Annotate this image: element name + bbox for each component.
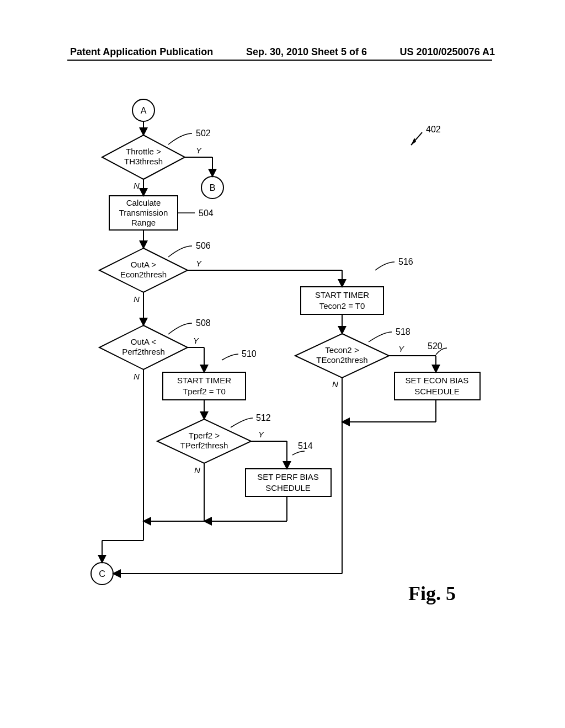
- d512-l2: TPerf2thresh: [180, 441, 228, 450]
- ref-514: 514: [298, 441, 313, 451]
- d506-l2: Econ2thresh: [120, 270, 167, 279]
- d508-l1: OutA <: [131, 337, 157, 346]
- p516-l2: Tecon2 = T0: [319, 301, 365, 311]
- figure-label: Fig. 5: [408, 582, 456, 605]
- p516-l1: START TIMER: [315, 290, 369, 299]
- connector-c-label: C: [99, 569, 105, 579]
- connector-a-label: A: [141, 106, 147, 115]
- p514-l1: SET PERF BIAS: [257, 472, 318, 481]
- d502-l2: TH3thresh: [124, 157, 163, 166]
- header-rule: [67, 60, 492, 61]
- header-left: Patent Application Publication: [70, 46, 213, 58]
- svg-text:Y: Y: [258, 430, 264, 439]
- p520-l2: SCHEDULE: [414, 387, 460, 396]
- d518-l1: Tecon2 >: [325, 345, 359, 355]
- ref-504: 504: [199, 208, 214, 218]
- header-center: Sep. 30, 2010 Sheet 5 of 6: [246, 46, 367, 58]
- p520-l1: SET ECON BIAS: [406, 376, 469, 385]
- p504-l3: Range: [131, 218, 156, 227]
- svg-text:Y: Y: [398, 344, 404, 354]
- svg-text:Y: Y: [193, 336, 199, 345]
- svg-text:N: N: [194, 465, 200, 475]
- svg-marker-38: [411, 138, 416, 145]
- flowchart: A Throttle > TH3thresh 502 Y B N Calcula…: [61, 94, 513, 601]
- ref-506: 506: [196, 241, 211, 250]
- ref-518: 518: [396, 327, 411, 336]
- svg-text:Y: Y: [196, 259, 202, 268]
- ref-508: 508: [196, 318, 211, 328]
- d508-l2: Perf2thresh: [122, 347, 165, 356]
- ref-402: 402: [426, 125, 441, 134]
- svg-text:N: N: [332, 379, 338, 389]
- ref-510: 510: [242, 349, 257, 358]
- p510-l1: START TIMER: [177, 376, 231, 385]
- ref-516: 516: [398, 257, 413, 266]
- connector-b-label: B: [210, 183, 216, 192]
- page-header: Patent Application Publication Sep. 30, …: [0, 46, 565, 58]
- svg-text:N: N: [134, 372, 140, 381]
- ref-502: 502: [196, 129, 211, 138]
- ref-512: 512: [256, 413, 271, 422]
- p504-l1: Calculate: [126, 198, 161, 207]
- d506-l1: OutA >: [131, 260, 157, 269]
- p510-l2: Tperf2 = T0: [183, 387, 226, 396]
- p504-l2: Transmission: [119, 208, 168, 217]
- n-label: N: [134, 181, 140, 190]
- ref-520: 520: [428, 341, 443, 351]
- d518-l2: TEcon2thresh: [316, 355, 367, 365]
- d512-l1: Tperf2 >: [189, 431, 220, 440]
- svg-text:N: N: [134, 295, 140, 304]
- header-right: US 2010/0250076 A1: [400, 46, 495, 58]
- d502-l1: Throttle >: [126, 147, 161, 156]
- p514-l2: SCHEDULE: [265, 483, 311, 493]
- y-label: Y: [196, 146, 202, 155]
